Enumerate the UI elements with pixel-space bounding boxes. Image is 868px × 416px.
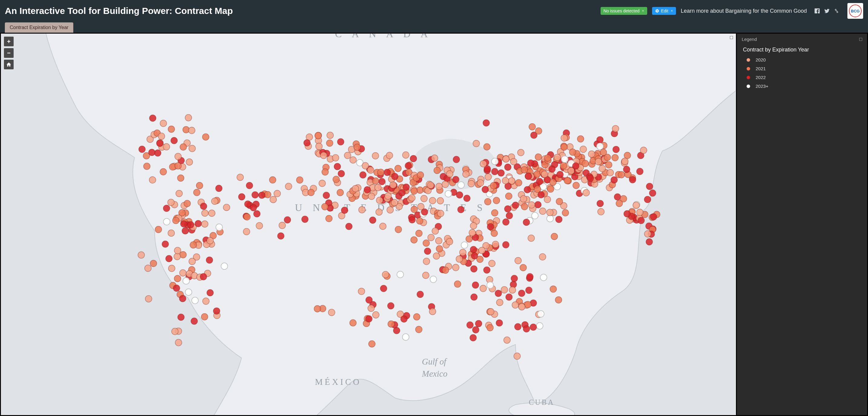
data-point[interactable] — [315, 132, 321, 139]
data-point[interactable] — [173, 285, 180, 292]
data-point[interactable] — [174, 253, 181, 260]
data-point[interactable] — [550, 286, 557, 292]
tab-contract-expiration[interactable]: Contract Expiration by Year — [5, 23, 73, 33]
data-point[interactable] — [380, 285, 387, 292]
data-point[interactable] — [524, 186, 531, 193]
data-point[interactable] — [157, 140, 163, 147]
data-point[interactable] — [525, 287, 532, 294]
data-point[interactable] — [326, 140, 333, 147]
data-point[interactable] — [238, 193, 245, 200]
legend-item[interactable]: 2021 — [747, 66, 862, 71]
data-point[interactable] — [160, 120, 166, 127]
data-point[interactable] — [485, 198, 491, 205]
data-point[interactable] — [569, 149, 576, 155]
data-point[interactable] — [376, 197, 383, 204]
data-point[interactable] — [550, 179, 556, 186]
data-point[interactable] — [504, 164, 511, 170]
data-point[interactable] — [611, 177, 618, 183]
data-point[interactable] — [536, 322, 543, 329]
data-point[interactable] — [388, 302, 394, 309]
link-icon[interactable] — [834, 8, 840, 14]
data-point[interactable] — [411, 206, 417, 213]
data-point[interactable] — [496, 320, 503, 326]
data-point[interactable] — [458, 182, 464, 188]
data-point[interactable] — [470, 246, 477, 253]
data-point[interactable] — [437, 210, 444, 217]
data-point[interactable] — [208, 210, 215, 217]
data-point[interactable] — [175, 153, 181, 160]
data-point[interactable] — [399, 190, 405, 196]
data-point[interactable] — [341, 207, 348, 214]
data-point[interactable] — [506, 294, 513, 300]
map-viewport[interactable]: C A N A D A U N I T E D S T A T E S MÉXI… — [1, 34, 736, 415]
data-point[interactable] — [350, 319, 356, 326]
data-point[interactable] — [388, 321, 394, 327]
data-point[interactable] — [175, 339, 182, 346]
data-point[interactable] — [183, 278, 190, 284]
data-point[interactable] — [328, 309, 335, 316]
data-point[interactable] — [482, 186, 489, 193]
data-point[interactable] — [561, 156, 568, 163]
twitter-icon[interactable] — [824, 8, 830, 14]
data-point[interactable] — [547, 186, 554, 192]
data-point[interactable] — [518, 290, 525, 297]
data-point[interactable] — [259, 192, 265, 199]
data-point[interactable] — [547, 209, 553, 216]
data-point[interactable] — [246, 182, 253, 189]
data-point[interactable] — [587, 175, 594, 182]
data-point[interactable] — [207, 289, 214, 296]
data-point[interactable] — [195, 220, 202, 227]
data-point[interactable] — [644, 196, 651, 203]
data-point[interactable] — [509, 287, 516, 293]
data-point[interactable] — [436, 246, 443, 252]
data-point[interactable] — [531, 212, 538, 219]
data-point[interactable] — [187, 221, 194, 228]
data-point[interactable] — [562, 210, 569, 216]
data-point[interactable] — [145, 265, 151, 271]
data-point[interactable] — [334, 163, 341, 170]
data-point[interactable] — [504, 337, 510, 343]
data-point[interactable] — [168, 265, 175, 271]
data-point[interactable] — [384, 169, 391, 175]
data-point[interactable] — [270, 196, 277, 203]
data-point[interactable] — [379, 223, 386, 229]
data-point[interactable] — [174, 275, 181, 282]
data-point[interactable] — [139, 146, 145, 153]
data-point[interactable] — [582, 160, 588, 167]
data-point[interactable] — [489, 260, 495, 267]
data-point[interactable] — [453, 156, 460, 163]
data-point[interactable] — [573, 182, 579, 189]
data-point[interactable] — [523, 325, 530, 332]
data-point[interactable] — [354, 144, 361, 151]
maximize-icon[interactable] — [730, 36, 733, 39]
data-point[interactable] — [416, 218, 423, 224]
data-point[interactable] — [431, 155, 438, 161]
data-point[interactable] — [160, 168, 166, 175]
data-point[interactable] — [613, 146, 619, 153]
data-point[interactable] — [637, 168, 643, 175]
home-button[interactable] — [4, 60, 13, 69]
data-point[interactable] — [537, 311, 544, 317]
data-point[interactable] — [470, 223, 477, 229]
data-point[interactable] — [487, 223, 494, 230]
data-point[interactable] — [456, 256, 463, 262]
data-point[interactable] — [561, 144, 567, 151]
data-point[interactable] — [588, 151, 595, 157]
data-point[interactable] — [492, 241, 499, 248]
facebook-icon[interactable] — [814, 8, 820, 14]
data-point[interactable] — [468, 181, 474, 187]
data-point[interactable] — [485, 173, 492, 180]
data-point[interactable] — [445, 190, 452, 197]
data-point[interactable] — [428, 234, 434, 241]
data-point[interactable] — [223, 204, 230, 211]
data-point[interactable] — [417, 291, 424, 298]
data-point[interactable] — [386, 152, 393, 159]
data-point[interactable] — [189, 258, 195, 265]
data-point[interactable] — [633, 202, 640, 209]
data-point[interactable] — [460, 249, 466, 256]
data-point[interactable] — [624, 211, 630, 217]
data-point[interactable] — [384, 193, 391, 199]
data-point[interactable] — [163, 218, 170, 225]
data-point[interactable] — [478, 247, 485, 254]
data-point[interactable] — [599, 165, 606, 172]
